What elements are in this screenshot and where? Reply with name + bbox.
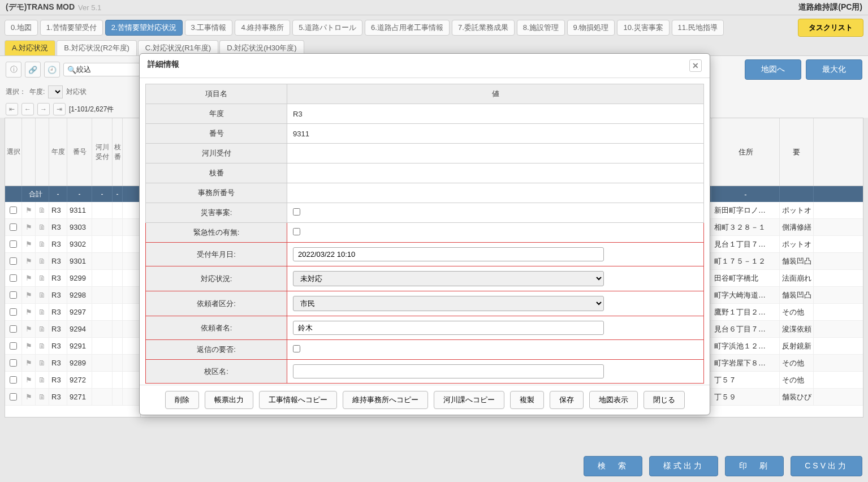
detail-input[interactable]: [293, 247, 604, 261]
header-year[interactable]: 年度: [49, 118, 67, 186]
row-checkbox[interactable]: [10, 206, 17, 214]
detail-input[interactable]: [293, 321, 604, 335]
flag-icon[interactable]: ⚑: [22, 338, 36, 354]
main-tab[interactable]: 2.苦情要望対応状況: [105, 20, 183, 36]
table-row[interactable]: ⚑ 🗎 R3 9303: [5, 219, 140, 236]
modal-action-button[interactable]: 帳票出力: [205, 391, 253, 409]
main-tab[interactable]: 9.物損処理: [567, 20, 615, 36]
flag-icon[interactable]: ⚑: [22, 202, 36, 218]
pager-prev[interactable]: ←: [21, 103, 34, 115]
flag-icon[interactable]: ⚑: [22, 355, 36, 371]
main-tab[interactable]: 3.工事情報: [185, 20, 233, 36]
flag-icon[interactable]: ⚑: [22, 372, 36, 388]
flag-icon[interactable]: ⚑: [22, 219, 36, 235]
filter-box[interactable]: 🔍 絞込: [63, 63, 140, 76]
doc-icon[interactable]: 🗎: [36, 219, 49, 235]
print-button[interactable]: 印 刷: [725, 456, 784, 476]
doc-icon[interactable]: 🗎: [36, 321, 49, 337]
row-checkbox[interactable]: [10, 325, 17, 333]
map-button[interactable]: 地図へ: [745, 59, 801, 80]
main-tab[interactable]: 4.維持事務所: [235, 20, 290, 36]
close-icon[interactable]: ✕: [689, 59, 702, 72]
row-checkbox[interactable]: [10, 240, 17, 248]
sub-tab[interactable]: A.対応状況: [5, 40, 55, 55]
main-tab[interactable]: 7.委託業務成果: [452, 20, 515, 36]
maximize-button[interactable]: 最大化: [806, 59, 862, 80]
modal-action-button[interactable]: 地図表示: [589, 391, 638, 409]
table-row[interactable]: ⚑ 🗎 R3 9271: [5, 389, 140, 406]
detail-checkbox[interactable]: [293, 228, 300, 235]
link-icon[interactable]: 🔗: [25, 62, 41, 78]
detail-checkbox[interactable]: [293, 345, 300, 352]
main-tab[interactable]: 5.道路パトロール: [292, 20, 362, 36]
search-button[interactable]: 検 索: [584, 456, 642, 476]
doc-icon[interactable]: 🗎: [36, 338, 49, 354]
pager-next[interactable]: →: [37, 103, 50, 115]
row-checkbox[interactable]: [10, 274, 17, 282]
sub-tab[interactable]: B.対応状況(R2年度): [57, 40, 137, 55]
modal-action-button[interactable]: 閉じる: [644, 391, 685, 409]
doc-icon[interactable]: 🗎: [36, 253, 49, 269]
header-river[interactable]: 河川受付: [92, 118, 113, 186]
doc-icon[interactable]: 🗎: [36, 236, 49, 252]
flag-icon[interactable]: ⚑: [22, 287, 36, 303]
modal-action-button[interactable]: 複製: [510, 391, 544, 409]
row-checkbox[interactable]: [10, 291, 17, 299]
table-row[interactable]: ⚑ 🗎 R3 9272: [5, 372, 140, 389]
modal-action-button[interactable]: 保存: [550, 391, 584, 409]
year-select[interactable]: [48, 85, 63, 98]
doc-icon[interactable]: 🗎: [36, 355, 49, 371]
modal-action-button[interactable]: 維持事務所へコピー: [343, 391, 428, 409]
detail-input[interactable]: [293, 364, 604, 378]
row-checkbox[interactable]: [10, 359, 17, 367]
row-checkbox[interactable]: [10, 393, 17, 401]
table-row[interactable]: ⚑ 🗎 R3 9311: [5, 202, 140, 219]
flag-icon[interactable]: ⚑: [22, 321, 36, 337]
modal-action-button[interactable]: 河川課へコピー: [434, 391, 504, 409]
table-row[interactable]: ⚑ 🗎 R3 9291: [5, 338, 140, 355]
row-checkbox[interactable]: [10, 376, 17, 384]
main-tab[interactable]: 0.地図: [5, 20, 38, 36]
main-tab[interactable]: 6.道路占用者工事情報: [365, 20, 450, 36]
flag-icon[interactable]: ⚑: [22, 236, 36, 252]
flag-icon[interactable]: ⚑: [22, 389, 36, 405]
flag-icon[interactable]: ⚑: [22, 270, 36, 286]
row-checkbox[interactable]: [10, 342, 17, 350]
tasklist-button[interactable]: タスクリスト: [798, 19, 863, 37]
clock-icon[interactable]: 🕘: [44, 62, 60, 78]
format-export-button[interactable]: 様式出力: [649, 456, 718, 476]
table-row[interactable]: ⚑ 🗎 R3 9301: [5, 253, 140, 270]
header-branch[interactable]: 枝番: [113, 118, 123, 186]
header-num[interactable]: 番号: [67, 118, 92, 186]
doc-icon[interactable]: 🗎: [36, 202, 49, 218]
detail-select[interactable]: 市民: [293, 296, 604, 311]
doc-icon[interactable]: 🗎: [36, 287, 49, 303]
table-row[interactable]: ⚑ 🗎 R3 9294: [5, 321, 140, 338]
row-checkbox[interactable]: [10, 257, 17, 265]
flag-icon[interactable]: ⚑: [22, 304, 36, 320]
table-row[interactable]: ⚑ 🗎 R3 9289: [5, 355, 140, 372]
detail-checkbox[interactable]: [293, 208, 300, 216]
table-row[interactable]: ⚑ 🗎 R3 9297: [5, 304, 140, 321]
doc-icon[interactable]: 🗎: [36, 270, 49, 286]
main-tab[interactable]: 1.苦情要望受付: [40, 20, 103, 36]
header-addr[interactable]: 住所: [712, 118, 780, 186]
header-req[interactable]: 要: [780, 118, 814, 186]
pager-last[interactable]: ⇥: [53, 103, 66, 115]
row-checkbox[interactable]: [10, 308, 17, 316]
doc-icon[interactable]: 🗎: [36, 304, 49, 320]
main-tab[interactable]: 8.施設管理: [517, 20, 565, 36]
main-tab[interactable]: 11.民地指導: [672, 20, 724, 36]
detail-select[interactable]: 未対応: [293, 271, 604, 286]
doc-icon[interactable]: 🗎: [36, 389, 49, 405]
table-row[interactable]: ⚑ 🗎 R3 9298: [5, 287, 140, 304]
pager-first[interactable]: ⇤: [6, 103, 18, 115]
modal-action-button[interactable]: 工事情報へコピー: [259, 391, 337, 409]
modal-action-button[interactable]: 削除: [165, 391, 199, 409]
csv-export-button[interactable]: CSV出力: [791, 456, 862, 476]
table-row[interactable]: ⚑ 🗎 R3 9299: [5, 270, 140, 287]
row-checkbox[interactable]: [10, 223, 17, 231]
filter-input[interactable]: [91, 66, 136, 74]
main-tab[interactable]: 10.災害事案: [617, 20, 669, 36]
info-icon[interactable]: ⓘ: [6, 62, 21, 78]
